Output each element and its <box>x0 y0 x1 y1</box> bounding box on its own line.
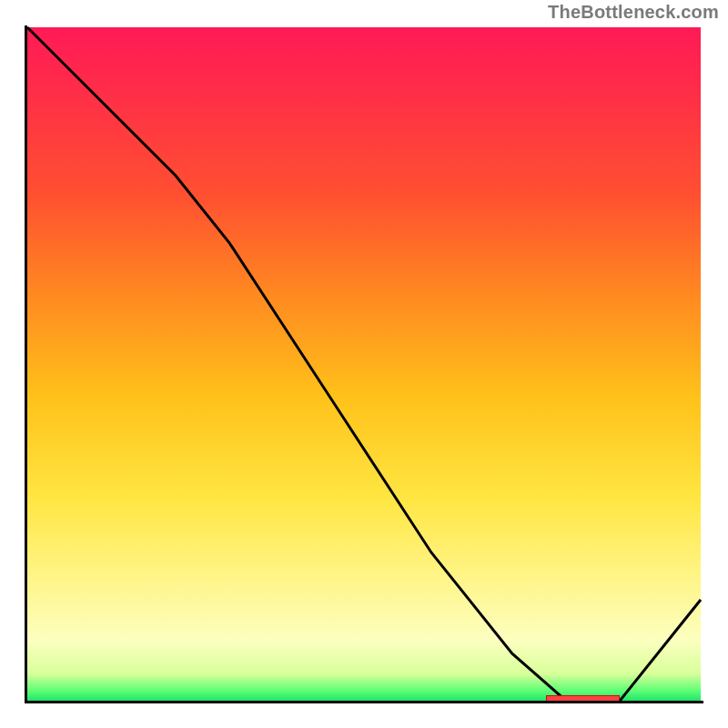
chart-container: TheBottleneck.com <box>0 0 728 728</box>
y-axis-line <box>25 25 27 703</box>
data-line <box>27 27 701 701</box>
chart-svg <box>27 27 701 701</box>
plot-area <box>27 27 701 701</box>
attribution-text: TheBottleneck.com <box>548 2 719 23</box>
x-axis-line <box>25 701 703 703</box>
